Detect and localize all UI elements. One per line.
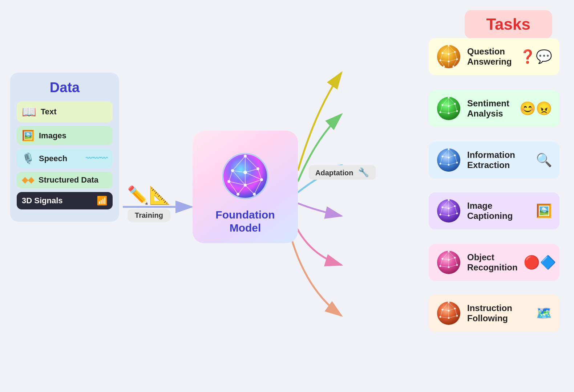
- or-icon: 🔴🔷: [524, 255, 556, 270]
- signals-label: 3D Signals: [22, 196, 92, 205]
- wave-icon: 〰〰〰: [86, 154, 108, 163]
- svg-point-52: [454, 51, 456, 53]
- foundation-model-box: Foundation Model: [193, 131, 298, 243]
- ic-icon: 🖼️: [536, 203, 552, 219]
- svg-point-88: [442, 156, 444, 158]
- if-label: InstructionFollowing: [467, 303, 530, 323]
- pencils-icon: ✏️📐: [127, 185, 171, 205]
- svg-point-129: [448, 266, 450, 268]
- images-label: Images: [39, 131, 108, 140]
- svg-point-73: [440, 111, 441, 113]
- svg-point-123: [448, 251, 450, 253]
- foundation-model-title: Foundation Model: [215, 208, 275, 234]
- data-item-3d: 3D Signals 📶: [17, 192, 113, 209]
- text-label: Text: [41, 107, 108, 117]
- sa-globe: [436, 96, 461, 121]
- structured-icon: ◆◆: [22, 175, 34, 185]
- svg-point-25: [244, 155, 247, 158]
- svg-point-55: [448, 61, 450, 62]
- task-card-ic: ImageCaptioning 🖼️: [429, 192, 559, 229]
- svg-point-109: [440, 214, 441, 216]
- tasks-header: Tasks: [465, 10, 553, 38]
- data-item-speech: 🎙️ Speech 〰〰〰: [17, 149, 113, 168]
- task-card-ie: InformationExtraction 🔍: [429, 142, 559, 179]
- svg-point-141: [448, 302, 450, 303]
- svg-point-27: [243, 171, 247, 174]
- svg-point-70: [442, 104, 444, 106]
- if-globe: [436, 301, 461, 326]
- data-panel-title: Data: [17, 80, 113, 95]
- mic-icon: 🎙️: [22, 152, 35, 164]
- data-panel: Data 📖 Text 🖼️ Images 🎙️ Speech 〰〰〰 ◆◆ S…: [10, 73, 119, 222]
- svg-point-125: [448, 259, 450, 261]
- svg-point-75: [448, 113, 450, 114]
- svg-point-90: [454, 155, 456, 156]
- sa-label: SentimentAnalysis: [467, 98, 514, 119]
- svg-point-143: [448, 310, 450, 312]
- svg-point-106: [442, 207, 444, 208]
- svg-point-74: [456, 110, 458, 112]
- svg-point-128: [456, 264, 458, 266]
- or-label: ObjectRecognition: [467, 252, 518, 273]
- ie-globe: [436, 147, 461, 173]
- svg-point-50: [442, 52, 444, 54]
- svg-point-56: [443, 66, 445, 68]
- task-card-qa: QuestionAnswering ❓💬: [429, 38, 559, 75]
- svg-point-105: [448, 199, 450, 201]
- training-section: ✏️📐 Training: [127, 185, 171, 222]
- svg-point-51: [448, 53, 450, 55]
- svg-point-71: [448, 105, 450, 107]
- svg-point-87: [448, 148, 450, 150]
- svg-point-111: [448, 215, 450, 217]
- svg-point-108: [454, 205, 456, 207]
- sa-icon: 😊😠: [520, 101, 552, 116]
- wrench-icon: 🔧: [358, 167, 369, 177]
- svg-point-145: [440, 316, 441, 318]
- qa-icon: ❓💬: [520, 49, 552, 64]
- svg-point-69: [448, 97, 450, 99]
- svg-point-28: [256, 167, 259, 170]
- svg-point-93: [448, 164, 450, 166]
- ic-globe: [436, 198, 461, 224]
- ie-label: InformationExtraction: [467, 150, 530, 170]
- svg-point-53: [440, 60, 441, 61]
- svg-point-144: [454, 308, 456, 310]
- svg-point-91: [440, 163, 441, 165]
- svg-point-89: [448, 157, 450, 159]
- svg-point-72: [454, 103, 456, 105]
- data-item-structured: ◆◆ Structured Data: [17, 172, 113, 188]
- svg-point-92: [456, 162, 458, 164]
- svg-point-126: [454, 257, 456, 259]
- svg-point-147: [448, 317, 450, 319]
- adaptation-label: Adaptation 🔧: [309, 165, 376, 180]
- svg-point-29: [227, 180, 230, 183]
- svg-point-146: [456, 315, 458, 317]
- svg-point-49: [448, 45, 450, 47]
- if-icon: 🗺️: [536, 306, 552, 321]
- svg-point-54: [456, 58, 458, 60]
- qa-globe: [436, 44, 461, 69]
- svg-point-31: [244, 184, 247, 187]
- or-globe: [436, 250, 461, 275]
- svg-point-30: [260, 178, 263, 181]
- svg-point-124: [442, 258, 444, 260]
- task-card-if: InstructionFollowing 🗺️: [429, 295, 559, 332]
- svg-point-107: [448, 208, 450, 209]
- svg-point-127: [440, 265, 441, 267]
- svg-point-142: [442, 309, 444, 311]
- data-item-images: 🖼️ Images: [17, 126, 113, 145]
- speech-label: Speech: [39, 154, 81, 163]
- foundation-model-globe: [222, 152, 269, 200]
- structured-label: Structured Data: [39, 175, 108, 185]
- svg-point-32: [237, 193, 239, 196]
- training-label: Training: [128, 209, 170, 222]
- qa-label: QuestionAnswering: [467, 46, 514, 67]
- svg-point-110: [456, 213, 458, 215]
- task-card-sa: SentimentAnalysis 😊😠: [429, 90, 559, 127]
- book-icon: 📖: [22, 105, 36, 119]
- task-card-or: ObjectRecognition 🔴🔷: [429, 244, 559, 281]
- wifi-icon: 📶: [97, 196, 108, 206]
- svg-point-26: [231, 169, 234, 172]
- svg-point-33: [253, 193, 256, 196]
- ie-icon: 🔍: [536, 152, 552, 168]
